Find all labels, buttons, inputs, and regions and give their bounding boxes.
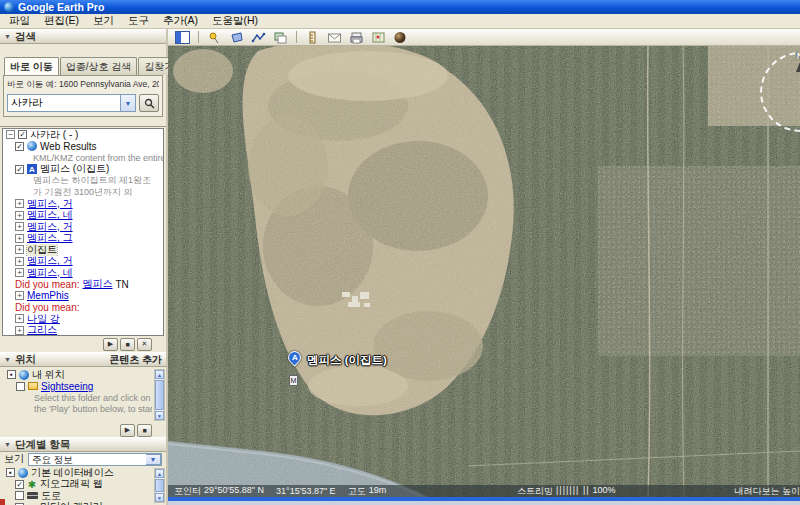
expand-box[interactable]: + — [15, 211, 24, 220]
placemark-label[interactable]: 멤피스 (이집트) — [307, 353, 387, 368]
expand-box[interactable]: + — [15, 291, 24, 300]
expand-box[interactable]: + — [15, 234, 24, 243]
add-polygon-icon[interactable] — [228, 30, 245, 45]
row-label[interactable]: 멤피스 (이집트) — [40, 164, 109, 176]
search-result-row[interactable]: Did you mean: — [3, 302, 163, 314]
place-row[interactable]: Sightseeing — [4, 381, 152, 393]
checkbox[interactable]: ✓ — [15, 165, 24, 174]
add-path-icon[interactable] — [250, 30, 267, 45]
scrollbar-thumb[interactable] — [155, 380, 164, 410]
checkbox[interactable]: ▪ — [6, 468, 15, 477]
search-result-row[interactable]: +그리스 — [3, 325, 163, 337]
layers-scrollbar[interactable]: ▲ ▼ — [154, 468, 165, 503]
row-label[interactable]: 멤피스, 거 — [27, 256, 73, 268]
expand-box[interactable]: + — [15, 222, 24, 231]
menu-item[interactable]: 추가(A) — [156, 13, 205, 29]
search-result-row[interactable]: ✓Web Results — [3, 141, 163, 153]
scroll-down-icon[interactable]: ▼ — [155, 411, 164, 420]
row-label[interactable]: 멤피스, 네 — [27, 267, 73, 279]
didyoumean-label[interactable]: Did you mean: — [15, 302, 79, 313]
search-tab[interactable]: 업종/상호 검색 — [60, 57, 138, 75]
layers-panel-header[interactable]: ▼ 단계별 항목 — [0, 437, 166, 452]
toggle-sidebar-icon[interactable] — [174, 30, 191, 45]
row-label[interactable]: 내 위치 — [32, 369, 65, 381]
print-icon[interactable] — [348, 30, 365, 45]
checkbox[interactable] — [16, 382, 25, 391]
row-label[interactable]: 도로 — [41, 490, 61, 502]
menu-item[interactable]: 도움말(H) — [205, 13, 265, 29]
row-label[interactable]: MemPhis — [27, 290, 69, 301]
layer-row[interactable]: ✓✱지오그래픽 웹 — [3, 479, 152, 491]
search-dropdown-button[interactable]: ▼ — [121, 94, 136, 112]
row-label[interactable]: 지오그래픽 웹 — [40, 479, 103, 491]
scroll-down-icon[interactable]: ▼ — [155, 493, 164, 502]
add-content-button[interactable]: 콘텐츠 추가 — [109, 353, 162, 367]
add-image-overlay-icon[interactable] — [272, 30, 289, 45]
didyoumean-label[interactable]: Did you mean: — [15, 279, 79, 290]
row-label[interactable]: 멤피스, 거 — [27, 198, 73, 210]
ruler-icon[interactable] — [304, 30, 321, 45]
search-result-row[interactable]: +멤피스, 거 — [3, 198, 163, 210]
search-tab[interactable]: 바로 이동 — [4, 57, 59, 75]
row-label[interactable]: 사카라 ( - ) — [30, 129, 78, 141]
search-result-row[interactable]: +MemPhis — [3, 290, 163, 302]
switch-to-earth-icon[interactable] — [392, 30, 409, 45]
stop-tour-button[interactable]: ■ — [120, 338, 135, 351]
checkbox[interactable]: ▪ — [7, 370, 16, 379]
search-result-row[interactable]: −✓사카라 ( - ) — [3, 129, 163, 141]
email-icon[interactable] — [326, 30, 343, 45]
view-in-google-maps-icon[interactable] — [370, 30, 387, 45]
menu-item[interactable]: 보기 — [86, 13, 121, 29]
play-tour-button[interactable]: ▶ — [103, 338, 118, 351]
search-result-row[interactable]: +나일 강 — [3, 313, 163, 325]
checkbox[interactable]: ✓ — [15, 142, 24, 151]
layer-row[interactable]: ▲미디어 갤러리 — [3, 502, 152, 505]
row-label[interactable]: 이집트 — [27, 244, 57, 256]
row-label[interactable]: 멤피스, 네 — [27, 210, 73, 222]
search-result-row[interactable]: ✓A멤피스 (이집트) — [3, 164, 163, 176]
add-placemark-icon[interactable] — [206, 30, 223, 45]
suggestion-suffix[interactable]: TN — [115, 279, 128, 290]
expand-box[interactable]: + — [15, 199, 24, 208]
row-label[interactable]: 기본 데이터베이스 — [31, 467, 114, 479]
checkbox[interactable]: ✓ — [18, 130, 27, 139]
row-label[interactable]: 그리스 — [27, 325, 57, 337]
expand-box[interactable]: + — [15, 268, 24, 277]
layer-row[interactable]: 도로 — [3, 490, 152, 502]
row-label[interactable]: 멤피스, 거 — [27, 221, 73, 233]
expand-box[interactable]: + — [15, 257, 24, 266]
collapse-box[interactable]: − — [6, 130, 15, 139]
search-result-row[interactable]: Did you mean:멤피스TN — [3, 279, 163, 291]
suggestion-link[interactable]: 멤피스 — [82, 279, 112, 291]
search-result-row[interactable]: +멤피스, 그 — [3, 233, 163, 245]
expand-box[interactable]: + — [15, 245, 24, 254]
scroll-up-icon[interactable]: ▲ — [155, 469, 164, 478]
clear-results-button[interactable]: ✕ — [137, 338, 152, 351]
row-label[interactable]: Web Results — [40, 141, 97, 152]
search-input[interactable] — [7, 94, 121, 112]
search-result-row[interactable]: +이집트 — [3, 244, 163, 256]
place-row[interactable]: ▪내 위치 — [4, 369, 152, 381]
places-stop-button[interactable]: ■ — [137, 424, 152, 437]
map-viewport[interactable]: N A 멤피스 (이집트) M 포인터 29°50'55.88" N 31°15… — [168, 46, 800, 497]
placemark-thumbnail-icon[interactable]: M — [289, 375, 298, 386]
search-result-row[interactable]: +멤피스, 네 — [3, 267, 163, 279]
menu-item[interactable]: 편집(E) — [37, 13, 86, 29]
places-scrollbar[interactable]: ▲ ▼ — [154, 369, 165, 421]
search-result-row[interactable]: +멤피스, 네 — [3, 210, 163, 222]
menu-item[interactable]: 파일 — [2, 13, 37, 29]
expand-box[interactable]: + — [15, 314, 24, 323]
scroll-up-icon[interactable]: ▲ — [155, 370, 164, 379]
row-label[interactable]: Sightseeing — [41, 381, 93, 392]
row-label[interactable]: 미디어 갤러리 — [40, 502, 103, 505]
layers-view-select[interactable]: 주요 정보 ▼ — [28, 453, 162, 466]
layer-row[interactable]: ▪기본 데이터베이스 — [3, 467, 152, 479]
row-label[interactable]: 나일 강 — [27, 313, 60, 325]
search-go-button[interactable] — [139, 94, 159, 112]
search-result-row[interactable]: +멤피스, 거 — [3, 221, 163, 233]
row-label[interactable]: 멤피스, 그 — [27, 233, 73, 245]
search-panel-header[interactable]: ▼ 검색 — [0, 29, 166, 44]
places-panel-header[interactable]: ▼ 위치 콘텐츠 추가 — [0, 352, 166, 367]
checkbox[interactable]: ✓ — [15, 480, 24, 489]
expand-box[interactable]: + — [15, 326, 24, 335]
